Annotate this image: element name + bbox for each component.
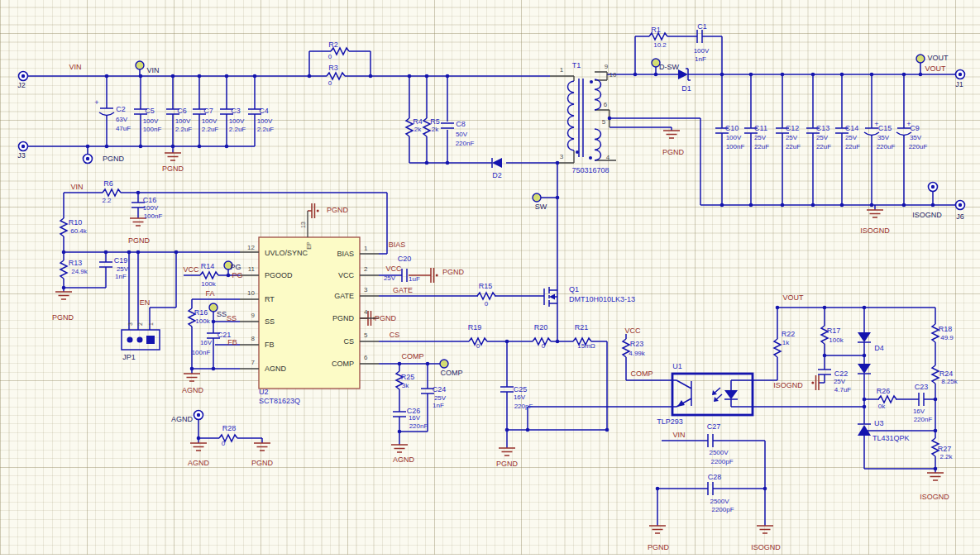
- label-0: 0: [222, 441, 225, 447]
- label-50v: 50V: [456, 131, 467, 138]
- label-100v: 100V: [175, 118, 191, 125]
- label-d4: D4: [874, 345, 884, 352]
- capacitor-c23[interactable]: [919, 393, 924, 406]
- label-gate: GATE: [334, 293, 354, 300]
- shunt-ref-u3[interactable]: [858, 424, 871, 436]
- label-r19: R19: [468, 324, 482, 331]
- resistor-r5[interactable]: [423, 118, 430, 136]
- gnd-agnd[interactable]: [190, 443, 207, 451]
- capacitor-c8[interactable]: [441, 123, 454, 128]
- label-3: 3: [127, 322, 133, 326]
- capacitor-c22[interactable]: [818, 370, 831, 374]
- power-bar-pgnd[interactable]: [431, 268, 438, 283]
- resistor-r4[interactable]: [406, 118, 413, 136]
- transformer-t1[interactable]: [550, 72, 616, 163]
- label-100v: 100V: [726, 135, 742, 141]
- label-r2: R2: [328, 41, 338, 49]
- label-pgnd: PGND: [496, 460, 518, 468]
- capacitor-c27[interactable]: [708, 434, 713, 447]
- label-rt: RT: [265, 296, 275, 303]
- diode-d4a[interactable]: [858, 332, 871, 342]
- testpoint-agnd[interactable]: [194, 411, 203, 420]
- label-2: 2: [137, 322, 143, 326]
- label-16v: 16V: [514, 394, 525, 401]
- power-bar-pgnd[interactable]: [312, 203, 319, 218]
- resistor-r26[interactable]: [878, 396, 896, 403]
- label-vout: VOUT: [927, 55, 948, 62]
- label-vin: VIN: [672, 432, 685, 439]
- capacitor-c19[interactable]: [99, 262, 112, 267]
- gnd-pgnd[interactable]: [649, 526, 666, 533]
- label-r17: R17: [827, 327, 841, 335]
- gnd-pgnd[interactable]: [55, 292, 72, 299]
- capacitor-c2[interactable]: [99, 108, 114, 116]
- resistor-r15[interactable]: [477, 293, 495, 299]
- diode-d2[interactable]: [492, 158, 502, 168]
- testpoint-isognd[interactable]: [929, 183, 938, 192]
- resistor-r10[interactable]: [60, 218, 67, 236]
- ic-u2[interactable]: [240, 211, 379, 389]
- resistor-r22[interactable]: [774, 339, 781, 357]
- gnd-isognd[interactable]: [867, 210, 883, 217]
- gnd-pgnd[interactable]: [499, 448, 515, 455]
- capacitor-c28[interactable]: [708, 482, 713, 495]
- schematic-canvas[interactable]: VINVINJ2J3PGNDPGND+C263V47uFC5100V100nFC…: [0, 0, 980, 555]
- resistor-r13[interactable]: [60, 260, 67, 279]
- header-jp1[interactable]: [122, 330, 160, 350]
- capacitor-c26[interactable]: [393, 412, 406, 417]
- resistor-r24[interactable]: [932, 365, 939, 384]
- capacitor-c25[interactable]: [500, 387, 514, 392]
- connector-j1[interactable]: [956, 70, 965, 79]
- label-pgnd: PGND: [648, 544, 669, 551]
- testpoint-vin[interactable]: [136, 61, 144, 69]
- label-c12: C12: [786, 125, 800, 132]
- label-vin: VIN: [69, 64, 81, 71]
- diode-d4b[interactable]: [858, 364, 871, 374]
- gnd-pgnd[interactable]: [254, 443, 270, 451]
- gnd-agnd[interactable]: [184, 374, 200, 381]
- label-220nf: 220nF: [914, 417, 933, 423]
- label-3k: 3k: [402, 383, 409, 389]
- power-bar-isognd[interactable]: [811, 375, 819, 390]
- label-c23: C23: [915, 384, 929, 391]
- resistor-r14[interactable]: [200, 272, 218, 279]
- gnd-pgnd[interactable]: [663, 131, 680, 138]
- resistor-r6[interactable]: [103, 189, 121, 196]
- resistor-r2[interactable]: [331, 48, 349, 55]
- label-4: 4: [364, 309, 367, 316]
- label-6: 6: [604, 102, 607, 108]
- resistor-r1[interactable]: [649, 33, 667, 40]
- label-1nf: 1nF: [433, 403, 444, 409]
- label-sct81623q: SCT81623Q: [259, 398, 300, 405]
- gnd-isognd[interactable]: [757, 526, 773, 533]
- testpoint-sw[interactable]: [533, 193, 541, 202]
- label-r25: R25: [401, 374, 415, 381]
- optocoupler-u1[interactable]: [672, 374, 753, 415]
- label-60-4k: 60.4k: [70, 228, 87, 235]
- label-c24: C24: [433, 386, 447, 393]
- gnd-isognd[interactable]: [927, 473, 944, 480]
- diode-d1[interactable]: [678, 69, 691, 80]
- label-100v: 100V: [694, 48, 710, 55]
- label-2-2: 2.2: [102, 198, 111, 204]
- connector-j6[interactable]: [956, 201, 965, 210]
- label-1uf: 1uF: [409, 276, 420, 283]
- label-5: 5: [364, 332, 367, 339]
- connector-j3[interactable]: [19, 142, 28, 151]
- gnd-agnd[interactable]: [391, 445, 408, 452]
- capacitor-c1[interactable]: [697, 30, 702, 43]
- mosfet-q1[interactable]: [544, 287, 557, 307]
- connector-j2[interactable]: [19, 72, 28, 81]
- capacitor-c20[interactable]: [402, 269, 407, 282]
- label-j2: J2: [17, 82, 26, 89]
- label-c13: C13: [816, 125, 830, 132]
- testpoint-vout[interactable]: [916, 55, 925, 63]
- gnd-pgnd[interactable]: [165, 153, 181, 160]
- testpoint-comp[interactable]: [440, 360, 448, 368]
- label-c9: C9: [910, 125, 920, 132]
- label-13: 13: [300, 222, 306, 228]
- label-8-25k: 8.25k: [941, 379, 958, 385]
- testpoint-pgnd[interactable]: [84, 155, 93, 164]
- resistor-r3[interactable]: [327, 73, 345, 79]
- label-r10: R10: [69, 219, 83, 227]
